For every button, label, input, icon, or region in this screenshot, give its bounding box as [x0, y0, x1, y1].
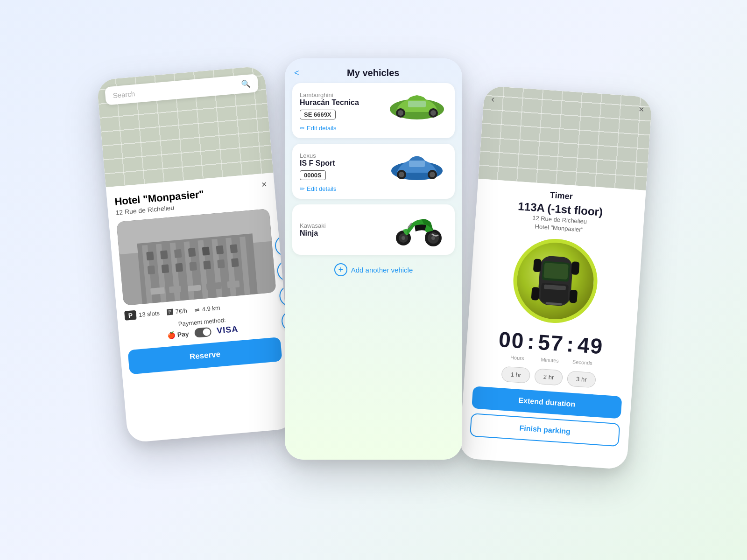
distance-stat: ⇌ 4.9 km [194, 304, 220, 314]
svg-rect-52 [543, 263, 568, 280]
close-button-right[interactable]: × [638, 104, 644, 115]
extend-duration-button[interactable]: Extend duration [472, 386, 622, 419]
duration-pills: 1 hr 2 hr 3 hr [473, 364, 624, 390]
timer-minutes: 57 [537, 329, 565, 357]
svg-rect-25 [150, 287, 165, 295]
lamborghini-edit-link[interactable]: ✏ Edit details [300, 125, 447, 132]
svg-rect-35 [408, 101, 426, 107]
svg-rect-54 [571, 261, 579, 275]
lexus-svg [387, 150, 447, 183]
add-vehicle-button[interactable]: + Add another vehicle [285, 257, 462, 283]
lexus-edit-link[interactable]: ✏ Edit details [300, 185, 447, 192]
lexus-make: Lexus [300, 152, 387, 159]
visa-label: VISA [216, 324, 239, 336]
svg-rect-41 [409, 161, 425, 167]
svg-point-32 [398, 110, 403, 116]
hotel-image [116, 209, 276, 306]
svg-rect-19 [162, 265, 169, 273]
svg-point-38 [399, 172, 404, 177]
svg-rect-22 [203, 261, 211, 270]
lamborghini-plate: SE 6669X [300, 110, 336, 119]
timer-content: Timer 113A (-1st floor) 12 Rue de Richel… [460, 179, 646, 454]
lamborghini-info: Lamborghini Huracán Tecnica SE 6669X [300, 91, 387, 123]
svg-rect-29 [227, 281, 240, 288]
svg-rect-15 [202, 247, 210, 256]
price-icon: 🅿 [167, 308, 173, 316]
svg-rect-16 [216, 245, 224, 254]
vehicle-row-lamborghini: Lamborghini Huracán Tecnica SE 6669X [300, 90, 447, 125]
map-background-right [478, 85, 652, 190]
lexus-model: IS F Sport [300, 159, 387, 168]
phone-right: ‹ × Timer 113A (-1st floor) 12 Rue de Ri… [459, 85, 653, 469]
vehicle-card-ninja: Kawasaki Ninja [292, 204, 455, 255]
payment-toggle[interactable] [194, 327, 212, 338]
svg-rect-27 [188, 285, 201, 292]
svg-rect-18 [148, 266, 155, 274]
map-header-right: ‹ × [478, 85, 652, 190]
apple-pay-label: 🍎 Pay [167, 330, 189, 339]
svg-point-47 [402, 236, 405, 240]
ninja-info: Kawasaki Ninja [300, 222, 391, 238]
svg-rect-14 [188, 248, 196, 257]
lamborghini-make: Lamborghini [300, 91, 387, 98]
car-topview-svg [521, 246, 590, 316]
svg-rect-56 [569, 290, 578, 303]
svg-point-40 [430, 172, 435, 177]
reserve-button[interactable]: Reserve [127, 337, 282, 374]
timer-colon2: : [566, 331, 576, 357]
hours-label: Hours [500, 354, 534, 362]
distance-icon: ⇌ [194, 306, 200, 314]
lamborghini-image [387, 90, 447, 125]
map-header-left: Search 🔍 [97, 66, 274, 188]
lamborghini-svg [387, 90, 447, 122]
svg-rect-26 [169, 286, 181, 294]
svg-rect-13 [174, 249, 182, 258]
vehicle-card-lexus: Lexus IS F Sport 0000S [292, 144, 455, 199]
back-button-middle[interactable]: < [294, 68, 299, 78]
svg-rect-55 [531, 287, 540, 301]
lamborghini-model: Huracán Tecnica [300, 98, 387, 107]
parking-icon: P [124, 310, 137, 321]
search-icon: 🔍 [241, 79, 251, 89]
lexus-image [387, 150, 447, 185]
svg-point-34 [430, 110, 436, 116]
plus-icon: + [338, 265, 343, 275]
car-circle-image [510, 236, 600, 326]
svg-rect-20 [176, 263, 183, 272]
ninja-svg [391, 211, 447, 248]
svg-rect-17 [230, 245, 238, 253]
hotel-detail-content: × Hotel "Monpasier" 12 Rue de Richelieu [106, 173, 290, 382]
distance-value: 4.9 km [202, 304, 220, 313]
svg-rect-28 [206, 282, 222, 290]
svg-point-44 [431, 236, 435, 240]
phone-middle: < My vehicles Lamborghini Huracán Tecnic… [285, 58, 462, 460]
my-vehicles-title: My vehicles [305, 68, 442, 78]
add-vehicle-label: Add another vehicle [351, 266, 413, 274]
duration-2hr[interactable]: 2 hr [534, 369, 564, 386]
svg-rect-11 [146, 252, 154, 260]
ninja-image [391, 211, 447, 248]
svg-rect-24 [231, 259, 239, 267]
duration-3hr[interactable]: 3 hr [567, 371, 596, 388]
search-placeholder: Search [113, 90, 135, 99]
my-vehicles-header: < My vehicles [285, 58, 462, 83]
lexus-plate: 0000S [300, 170, 326, 180]
price-value: 7€/h [175, 307, 188, 315]
vehicle-row-ninja: Kawasaki Ninja [300, 211, 447, 248]
phone-left: Search 🔍 × Hotel "Monpasier" 12 Rue de R… [97, 66, 296, 443]
finish-parking-button[interactable]: Finish parking [470, 413, 620, 447]
svg-rect-12 [160, 251, 168, 259]
svg-rect-53 [533, 259, 542, 273]
vehicle-card-lamborghini: Lamborghini Huracán Tecnica SE 6669X [292, 83, 455, 138]
vehicles-list: Lamborghini Huracán Tecnica SE 6669X [285, 83, 462, 255]
ninja-make: Kawasaki [300, 222, 391, 229]
edit-icon-lexus: ✏ [300, 185, 305, 192]
price-stat: 🅿 7€/h [167, 307, 187, 316]
svg-rect-23 [217, 259, 225, 268]
duration-1hr[interactable]: 1 hr [501, 366, 531, 384]
edit-icon-lamborghini: ✏ [300, 125, 305, 132]
parking-slots-stat: P 13 slots [124, 308, 160, 321]
close-button-left[interactable]: × [261, 179, 268, 190]
minutes-label: Minutes [533, 357, 566, 364]
seconds-label: Seconds [566, 358, 599, 366]
